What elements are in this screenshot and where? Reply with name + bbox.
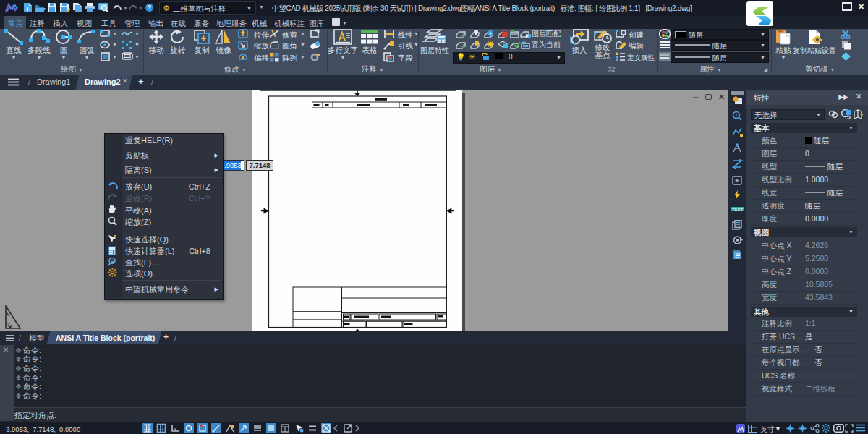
svg-text:TEXT: TEXT bbox=[732, 208, 744, 212]
